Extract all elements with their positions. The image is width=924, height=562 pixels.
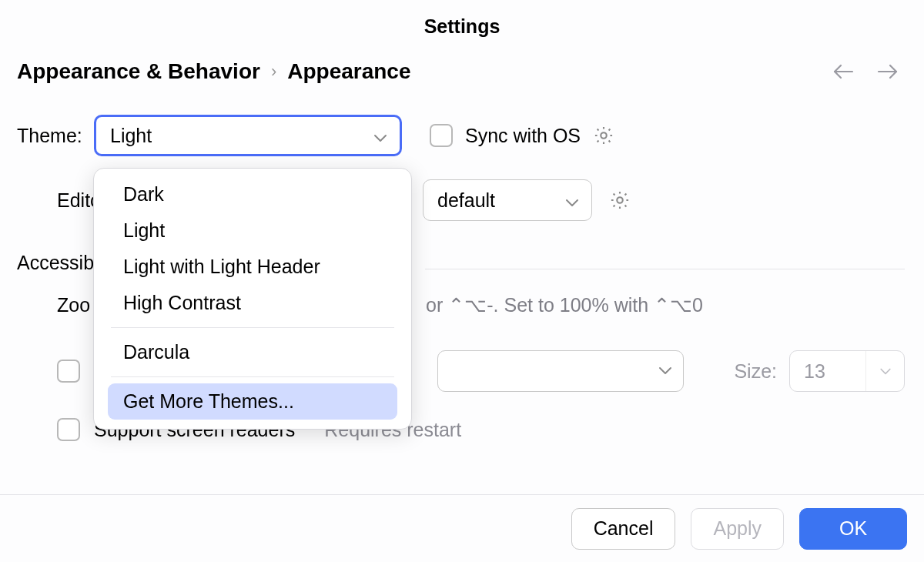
breadcrumb-current: Appearance (287, 59, 410, 84)
breadcrumb: Appearance & Behavior › Appearance (17, 59, 411, 84)
window-title: Settings (0, 0, 924, 45)
theme-option-dark[interactable]: Dark (94, 176, 411, 212)
dropdown-separator (111, 376, 394, 377)
theme-label: Theme: (17, 125, 94, 147)
font-size-select[interactable]: 13 (789, 350, 905, 392)
theme-dropdown: Dark Light Light with Light Header High … (93, 168, 412, 430)
dialog-footer: Cancel Apply OK (0, 494, 924, 562)
svg-point-0 (601, 132, 606, 138)
zoom-hint: or ⌃⌥-. Set to 100% with ⌃⌥0 (426, 294, 703, 316)
zoom-label: Zoo (57, 294, 90, 316)
apply-button[interactable]: Apply (691, 508, 784, 550)
theme-option-high-contrast[interactable]: High Contrast (94, 285, 411, 321)
theme-option-light-header[interactable]: Light with Light Header (94, 249, 411, 285)
cancel-button[interactable]: Cancel (571, 508, 676, 550)
support-screen-readers-checkbox[interactable] (57, 418, 80, 441)
chevron-down-icon (373, 125, 387, 147)
theme-select[interactable]: Light (94, 115, 402, 156)
theme-option-light[interactable]: Light (94, 212, 411, 249)
font-size-label: Size: (734, 360, 777, 383)
theme-select-value: Light (110, 125, 152, 147)
use-custom-font-checkbox[interactable] (57, 360, 80, 383)
chevron-down-icon (658, 364, 672, 378)
chevron-right-icon: › (271, 62, 276, 82)
editor-scheme-value: default (437, 189, 495, 212)
theme-option-darcula[interactable]: Darcula (94, 334, 411, 370)
font-select[interactable] (437, 350, 684, 392)
theme-get-more[interactable]: Get More Themes... (108, 383, 397, 420)
chevron-down-icon (865, 351, 904, 391)
forward-icon[interactable] (877, 64, 899, 79)
editor-scheme-select[interactable]: default (423, 179, 592, 221)
chevron-down-icon (565, 189, 579, 212)
svg-point-1 (617, 197, 622, 202)
font-size-value: 13 (790, 360, 865, 383)
sync-with-os-checkbox[interactable] (430, 124, 453, 147)
gear-icon[interactable] (609, 189, 631, 211)
dropdown-separator (111, 327, 394, 328)
breadcrumb-parent[interactable]: Appearance & Behavior (17, 59, 260, 84)
back-icon[interactable] (832, 64, 854, 79)
ok-button[interactable]: OK (799, 508, 907, 550)
accessibility-heading: Accessib (17, 252, 94, 274)
gear-icon[interactable] (593, 125, 614, 146)
sync-with-os-label: Sync with OS (465, 125, 581, 147)
